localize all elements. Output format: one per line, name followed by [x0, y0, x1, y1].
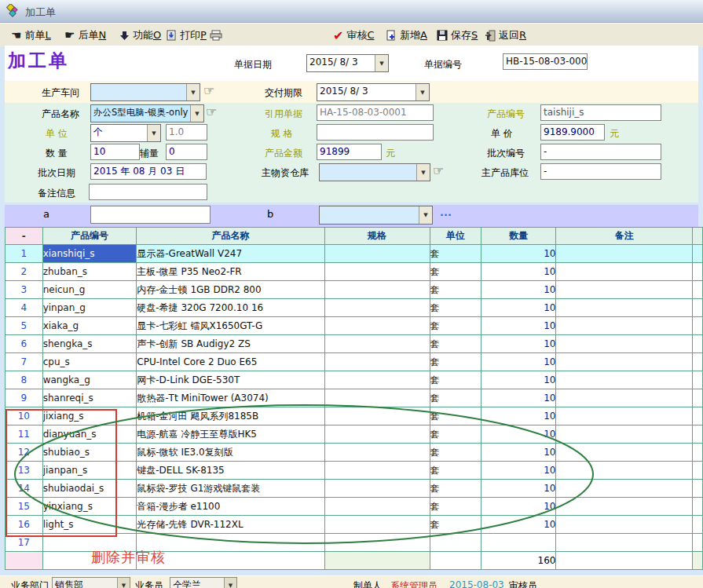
cell-code[interactable]: dianyuan_s — [42, 425, 137, 444]
chevron-down-icon[interactable]: ▼ — [416, 164, 430, 181]
cell-code[interactable]: shubiao_s — [42, 444, 137, 462]
cell-spec[interactable] — [324, 389, 430, 407]
cell-note[interactable] — [556, 299, 693, 317]
cell-note[interactable] — [556, 462, 693, 480]
header-product-code[interactable]: 产品编号 — [42, 228, 137, 245]
cell-num[interactable] — [5, 552, 43, 570]
cell-name[interactable]: 散热器-Tt MiniTower (A3074) — [137, 389, 324, 407]
cell-unit[interactable]: 套 — [430, 407, 481, 425]
location-field[interactable]: - — [540, 163, 661, 180]
cell-num[interactable]: 8 — [5, 371, 43, 389]
cell-num[interactable]: 1 — [5, 245, 43, 263]
cell-code[interactable]: shengka_s — [42, 335, 137, 353]
cell-qty[interactable]: 10 — [481, 281, 556, 299]
cell-num[interactable]: 11 — [5, 425, 43, 444]
cell-qty[interactable]: 10 — [481, 480, 556, 498]
cell-num[interactable]: 2 — [5, 263, 43, 281]
cell-name[interactable]: CPU-Intel Core 2 Duo E65 — [137, 353, 324, 371]
cell-name[interactable]: 机箱-金河田 飓风系列8185B — [137, 407, 324, 425]
cell-spec[interactable] — [324, 534, 430, 552]
cell-spec[interactable] — [324, 498, 430, 516]
ref-doc-field[interactable]: HA-15-08-03-0001 — [317, 104, 434, 121]
cell-fill[interactable] — [693, 407, 703, 425]
chevron-down-icon[interactable]: ▼ — [375, 55, 388, 71]
cell-unit[interactable]: 套 — [430, 317, 481, 335]
cell-note[interactable] — [556, 407, 693, 425]
chevron-down-icon[interactable]: ▼ — [416, 84, 429, 100]
cell-fill[interactable] — [693, 534, 703, 552]
cell-code[interactable]: xianshiqi_s — [42, 245, 137, 263]
cell-fill[interactable] — [693, 462, 703, 480]
cell-fill[interactable] — [693, 299, 703, 317]
cell-spec[interactable] — [324, 552, 430, 570]
cell-qty[interactable]: 10 — [481, 462, 556, 480]
cell-spec[interactable] — [324, 317, 430, 335]
cell-qty[interactable]: 10 — [481, 371, 556, 389]
cell-name[interactable]: 光存储-先锋 DVR-112XL — [137, 516, 324, 534]
chevron-down-icon[interactable]: ▼ — [190, 105, 203, 122]
cell-spec[interactable] — [324, 263, 430, 281]
header-product-name[interactable]: 产品名称 — [137, 228, 324, 245]
cell-fill[interactable] — [693, 552, 703, 570]
cell-fill[interactable] — [693, 263, 703, 281]
cell-note[interactable] — [556, 245, 693, 263]
amount-field[interactable]: 91899 — [317, 144, 382, 160]
cell-name[interactable] — [137, 552, 324, 570]
workshop-select[interactable]: ▼ — [90, 83, 200, 101]
cell-note[interactable] — [556, 389, 693, 407]
cell-note[interactable] — [556, 317, 693, 335]
cell-qty[interactable]: 10 — [481, 516, 556, 534]
product-code-field[interactable]: taishiji_s — [540, 104, 661, 121]
cell-num[interactable]: 4 — [5, 299, 43, 317]
cell-unit[interactable]: 套 — [430, 516, 481, 534]
cell-num[interactable]: 3 — [5, 281, 43, 299]
cell-code[interactable]: jianpan_s — [42, 462, 137, 480]
cell-code[interactable] — [42, 534, 137, 552]
chevron-down-icon[interactable]: ▼ — [419, 206, 432, 224]
cell-num[interactable]: 6 — [5, 335, 43, 353]
cell-spec[interactable] — [324, 281, 430, 299]
cell-note[interactable] — [556, 534, 693, 552]
prev-doc-button[interactable]: ☚ 前单L — [11, 24, 51, 47]
doc-no-field[interactable]: HB-15-08-03-0001 — [503, 53, 588, 70]
unit-select[interactable]: 个▼ — [90, 124, 161, 142]
cell-qty[interactable]: 10 — [481, 245, 556, 263]
cell-qty[interactable]: 10 — [481, 263, 556, 281]
print-button[interactable]: 打印P — [167, 24, 222, 47]
cell-fill[interactable] — [693, 371, 703, 389]
remark-field[interactable] — [89, 184, 207, 200]
cell-fill[interactable] — [693, 389, 703, 407]
cell-num[interactable]: 7 — [5, 353, 43, 371]
cell-name[interactable]: 声卡-创新 SB Audigy2 ZS — [137, 335, 324, 353]
cell-code[interactable]: shubiaodai_s — [42, 480, 137, 498]
cell-spec[interactable] — [324, 407, 430, 425]
cell-unit[interactable]: 套 — [430, 444, 481, 462]
cell-name[interactable]: 鼠标袋-罗技 G1游戏键鼠套装 — [137, 480, 324, 498]
header-spec[interactable]: 规格 — [324, 228, 430, 245]
save-button[interactable]: 保存S — [437, 24, 478, 47]
field-b-select[interactable]: ▼ — [319, 206, 433, 225]
cell-unit[interactable]: 套 — [430, 353, 481, 371]
cell-qty[interactable]: 10 — [481, 299, 556, 317]
cell-code[interactable]: yinxiang_s — [42, 498, 137, 516]
cell-unit[interactable]: 套 — [430, 389, 481, 407]
aux-qty-field[interactable]: 0 — [166, 144, 207, 160]
cell-qty[interactable]: 10 — [481, 335, 556, 353]
cell-note[interactable] — [556, 371, 693, 389]
cell-unit[interactable]: 套 — [430, 371, 481, 389]
doc-date-select[interactable]: 2015/ 8/ 3▼ — [306, 54, 389, 72]
new-button[interactable]: 新增A — [386, 24, 427, 47]
cell-qty[interactable]: 10 — [481, 353, 556, 371]
cell-note[interactable] — [556, 353, 693, 371]
cell-fill[interactable] — [693, 516, 703, 534]
cell-num[interactable]: 13 — [5, 462, 43, 480]
product-name-select[interactable]: 办公S型电脑-银奥-only▼ — [90, 104, 204, 122]
cell-note[interactable] — [556, 480, 693, 498]
cell-unit[interactable]: 套 — [430, 480, 481, 498]
cell-name[interactable] — [137, 534, 324, 552]
cell-spec[interactable] — [324, 299, 430, 317]
cell-num[interactable]: 5 — [5, 317, 43, 335]
cell-note[interactable] — [556, 552, 693, 570]
cell-note[interactable] — [556, 444, 693, 462]
cell-unit[interactable]: 套 — [430, 245, 481, 263]
